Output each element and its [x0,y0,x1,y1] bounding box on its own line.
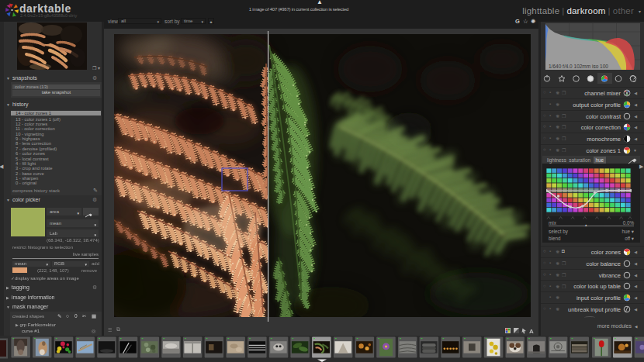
svg-text:1/640 f/4.0 102mm iso 100: 1/640 f/4.0 102mm iso 100 [549,64,608,69]
svg-text:A: A [529,328,534,334]
